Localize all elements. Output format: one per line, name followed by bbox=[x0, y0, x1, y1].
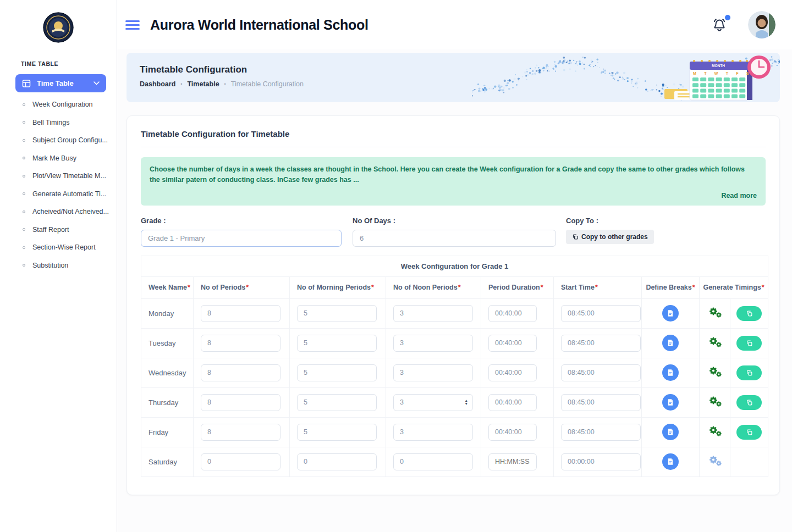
period-duration-input[interactable] bbox=[488, 364, 537, 381]
table-row: Saturday ▲▼ bbox=[141, 447, 768, 476]
day-label: Friday bbox=[148, 428, 168, 436]
sidebar-subitem-label: Section-Wise Report bbox=[32, 243, 96, 251]
noon-periods-input[interactable] bbox=[393, 453, 473, 470]
user-avatar[interactable] bbox=[748, 11, 776, 38]
start-time-input[interactable] bbox=[561, 335, 641, 352]
morning-periods-input[interactable] bbox=[297, 305, 377, 322]
noon-periods-input[interactable] bbox=[393, 364, 473, 381]
morning-periods-input[interactable] bbox=[297, 394, 377, 411]
sidebar-item-generate-automatic-ti[interactable]: Generate Automatic Ti... bbox=[0, 185, 117, 203]
copy-icon bbox=[746, 429, 753, 436]
generate-settings-button[interactable] bbox=[707, 365, 723, 379]
week-configuration-table: Week Configuration for Grade 1 Week Name… bbox=[141, 256, 768, 477]
start-time-input[interactable] bbox=[561, 424, 641, 441]
start-time-input[interactable] bbox=[561, 453, 641, 470]
generate-settings-button[interactable] bbox=[707, 336, 723, 349]
bullet-icon bbox=[23, 103, 25, 106]
grade-select[interactable] bbox=[141, 230, 342, 247]
sidebar-item-mark-me-busy[interactable]: Mark Me Busy bbox=[0, 149, 117, 168]
generate-settings-button[interactable] bbox=[707, 455, 723, 468]
generate-timings-button[interactable] bbox=[736, 395, 762, 410]
generate-settings-button[interactable] bbox=[707, 395, 723, 408]
define-breaks-button[interactable] bbox=[662, 453, 679, 470]
morning-periods-input[interactable] bbox=[297, 424, 377, 441]
period-duration-input[interactable] bbox=[488, 305, 537, 322]
sidebar-item-staff-report[interactable]: Staff Report bbox=[0, 221, 117, 239]
sidebar-item-bell-timings[interactable]: Bell Timings bbox=[0, 114, 117, 132]
sidebar-item-substitution[interactable]: Substitution bbox=[0, 257, 117, 275]
define-breaks-button[interactable] bbox=[662, 394, 679, 411]
breadcrumb-dashboard[interactable]: Dashboard bbox=[140, 80, 175, 88]
bullet-icon bbox=[23, 210, 25, 213]
period-duration-input[interactable] bbox=[488, 424, 537, 441]
sidebar-section-label: TIME TABLE bbox=[21, 60, 117, 67]
info-banner: Choose the number of days in a week the … bbox=[141, 157, 766, 206]
document-icon bbox=[667, 309, 674, 317]
sidebar-item-section-wise-report[interactable]: Section-Wise Report bbox=[0, 239, 117, 257]
document-icon bbox=[667, 398, 674, 406]
copy-icon bbox=[746, 369, 753, 376]
sidebar-subitem-label: Substitution bbox=[32, 262, 68, 269]
no-of-days-input[interactable] bbox=[353, 230, 556, 247]
noon-periods-input[interactable] bbox=[393, 394, 473, 411]
generate-timings-button[interactable] bbox=[736, 336, 762, 351]
noon-periods-input[interactable] bbox=[393, 424, 473, 441]
noon-periods-input[interactable] bbox=[393, 335, 473, 352]
read-more-link[interactable]: Read more bbox=[721, 192, 757, 199]
generate-timings-button[interactable] bbox=[736, 365, 762, 380]
hamburger-menu-icon[interactable] bbox=[125, 20, 140, 30]
period-duration-input[interactable] bbox=[488, 394, 537, 411]
notifications-button[interactable] bbox=[712, 17, 727, 32]
generate-timings-button[interactable] bbox=[736, 425, 762, 440]
copy-to-other-grades-button[interactable]: Copy to other grades bbox=[566, 230, 654, 244]
sidebar-item-time-table[interactable]: Time Table bbox=[15, 74, 106, 92]
breadcrumb-current: Timetable Configuration bbox=[231, 80, 304, 88]
sidebar-item-subject-group-configu[interactable]: Subject Group Configu... bbox=[0, 131, 117, 149]
no-of-periods-input[interactable] bbox=[201, 364, 280, 381]
breadcrumb-timetable[interactable]: Timetable bbox=[187, 80, 219, 88]
generate-settings-button[interactable] bbox=[707, 425, 723, 438]
generate-timings-button[interactable] bbox=[736, 306, 762, 321]
define-breaks-button[interactable] bbox=[662, 424, 679, 440]
table-caption: Week Configuration for Grade 1 bbox=[141, 256, 768, 276]
define-breaks-button[interactable] bbox=[662, 364, 679, 381]
bullet-icon bbox=[23, 175, 25, 178]
sidebar-subitem-label: Plot/View Timetable M... bbox=[32, 172, 106, 180]
no-of-periods-input[interactable] bbox=[201, 424, 280, 441]
sidebar-subitem-label: Week Configuration bbox=[32, 101, 93, 108]
define-breaks-button[interactable] bbox=[662, 305, 679, 322]
sidebar-item-acheived-not-acheived[interactable]: Acheived/Not Acheived... bbox=[0, 203, 117, 221]
period-duration-input[interactable] bbox=[488, 335, 537, 352]
bullet-icon bbox=[23, 139, 25, 142]
period-duration-input[interactable] bbox=[488, 453, 537, 470]
define-breaks-button[interactable] bbox=[662, 335, 679, 351]
copy-icon bbox=[746, 340, 753, 347]
no-of-periods-input[interactable] bbox=[201, 394, 280, 411]
breadcrumb: Dashboard • Timetable • Timetable Config… bbox=[140, 80, 780, 88]
sidebar-subitem-label: Staff Report bbox=[32, 226, 69, 234]
top-bar: Aurora World International School bbox=[117, 0, 792, 49]
no-of-periods-input[interactable] bbox=[201, 305, 280, 322]
morning-periods-input[interactable] bbox=[297, 335, 377, 352]
morning-periods-input[interactable] bbox=[297, 364, 377, 381]
breadcrumb-separator: • bbox=[180, 81, 182, 87]
school-logo-icon bbox=[43, 12, 74, 43]
sidebar-item-plot-view-timetable-m[interactable]: Plot/View Timetable M... bbox=[0, 167, 117, 185]
morning-periods-input[interactable] bbox=[297, 453, 377, 470]
configuration-card: Timetable Configuration for Timetable Ch… bbox=[127, 115, 780, 495]
table-row: Wednesday ▲▼ bbox=[141, 358, 768, 387]
start-time-input[interactable] bbox=[561, 364, 641, 381]
start-time-input[interactable] bbox=[561, 394, 641, 411]
noon-periods-input[interactable] bbox=[393, 305, 473, 322]
no-of-periods-input[interactable] bbox=[201, 335, 280, 352]
no-of-periods-input[interactable] bbox=[201, 453, 280, 470]
number-stepper[interactable]: ▲▼ bbox=[465, 399, 468, 406]
day-label: Tuesday bbox=[148, 339, 175, 347]
start-time-input[interactable] bbox=[561, 305, 641, 322]
no-of-days-label: No Of Days : bbox=[353, 217, 556, 225]
generate-settings-button[interactable] bbox=[707, 306, 723, 319]
sidebar-subitem-label: Bell Timings bbox=[32, 119, 69, 126]
bullet-icon bbox=[23, 121, 25, 124]
bullet-icon bbox=[23, 264, 25, 267]
sidebar-item-week-configuration[interactable]: Week Configuration bbox=[0, 96, 117, 114]
